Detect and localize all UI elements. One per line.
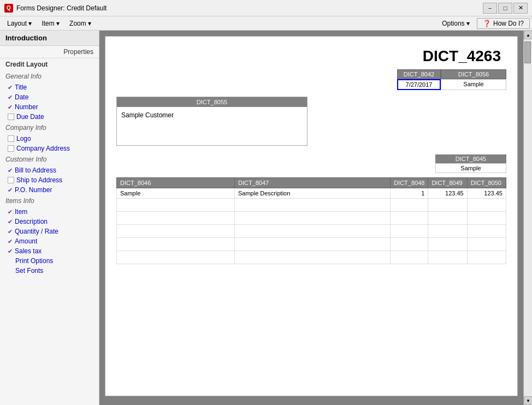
col-header-4: DICT_8050 [467,178,506,188]
sidebar-section-general-info: General Info [0,70,99,82]
sidebar-item-amount[interactable]: ✔ Amount [0,236,99,246]
check-icon-title: ✔ [8,84,13,91]
sidebar-properties: Properties [0,46,99,58]
sidebar-item-sales-tax[interactable]: ✔ Sales tax [0,246,99,256]
check-icon-item: ✔ [8,209,13,216]
app-icon: Q [4,4,13,13]
scroll-track[interactable] [524,39,532,396]
sample-dict-header: DICT_8056 [441,69,506,79]
title-bar-controls: − □ ✕ [483,3,528,14]
main-container: Introduction Properties Credit Layout Ge… [0,31,532,405]
customer-sample-text: Sample Customer [121,111,174,119]
sidebar-section-customer-info: Customer Info [0,153,99,165]
sidebar-item-title[interactable]: ✔ Title [0,82,99,92]
check-icon-qty: ✔ [8,228,13,235]
sidebar-item-description[interactable]: ✔ Description [0,217,99,227]
sample-value: Sample [441,79,506,90]
col-header-3: DICT_8049 [428,178,467,188]
table-row-empty-5 [117,251,506,264]
cell-rate: 123.45 [428,188,467,199]
menu-layout[interactable]: Layout ▾ [2,18,37,29]
col-header-2: DICT_8048 [391,178,428,188]
menu-bar: Layout ▾ Item ▾ Zoom ▾ Options ▾ ❓ How D… [0,16,532,31]
cell-qty: 1 [391,188,428,199]
sidebar-item-date[interactable]: ✔ Date [0,92,99,102]
items-table-body: Sample Sample Description 1 123.45 123.4… [117,188,506,264]
menu-item[interactable]: Item ▾ [37,18,64,29]
items-table: DICT_8046 DICT_8047 DICT_8048 DICT_8049 … [116,177,506,264]
customer-box: DICT_8055 Sample Customer [116,97,308,146]
check-icon-sales-tax: ✔ [8,248,13,255]
col-header-0: DICT_8046 [117,178,235,188]
check-icon-date: ✔ [8,94,13,101]
po-box: DICT_8045 Sample [435,154,506,173]
help-button[interactable]: ❓ How Do I? [477,18,530,29]
checkbox-logo[interactable] [8,135,14,142]
checkbox-due-date[interactable] [8,114,14,120]
sidebar-item-set-fonts[interactable]: Set Fonts [0,266,99,276]
sidebar-item-logo[interactable]: Logo [0,134,99,144]
sidebar-item-quantity-rate[interactable]: ✔ Quantity / Rate [0,227,99,236]
cell-item: Sample [117,188,235,199]
menu-options[interactable]: Options ▾ [437,18,475,29]
sidebar-item-number[interactable]: ✔ Number [0,102,99,112]
minimize-button[interactable]: − [483,3,497,14]
menu-zoom[interactable]: Zoom ▾ [64,18,96,29]
date-sample-value-row: 7/27/2017 Sample [116,79,506,90]
cell-amount: 123.45 [467,188,506,199]
sidebar-item-bill-to-address[interactable]: ✔ Bill to Address [0,165,99,175]
canvas-area: DICT_4263 DICT_8042 DICT_8056 7/27/2017 … [99,31,532,405]
check-icon-po: ✔ [8,187,13,194]
table-row: Sample Sample Description 1 123.45 123.4… [117,188,506,199]
checkbox-company-address[interactable] [8,145,14,152]
table-row-empty-4 [117,238,506,251]
cell-description: Sample Description [234,188,390,199]
help-icon: ❓ [483,20,491,27]
items-header-row: DICT_8046 DICT_8047 DICT_8048 DICT_8049 … [117,178,506,188]
dict-title: DICT_4263 [116,47,506,65]
po-value: Sample [435,163,506,173]
sidebar: Introduction Properties Credit Layout Ge… [0,31,99,405]
maximize-button[interactable]: □ [498,3,512,14]
table-row-empty-2 [117,212,506,225]
sidebar-item-item[interactable]: ✔ Item [0,207,99,217]
check-icon-number: ✔ [8,104,13,111]
sidebar-header: Introduction [0,31,99,46]
date-sample-header-row: DICT_8042 DICT_8056 [116,69,506,79]
po-header: DICT_8045 [435,154,506,163]
sidebar-item-po-number[interactable]: ✔ P.O. Number [0,185,99,195]
customer-header: DICT_8055 [117,97,307,107]
sidebar-section-company-info: Company Info [0,122,99,134]
customer-content: Sample Customer [117,107,307,145]
check-icon-amount: ✔ [8,238,13,245]
scroll-down-button[interactable]: ▼ [524,396,532,405]
check-icon-bill: ✔ [8,167,13,174]
sidebar-item-due-date[interactable]: Due Date [0,112,99,122]
col-header-1: DICT_8047 [234,178,390,188]
table-row-empty-3 [117,225,506,238]
form-canvas: DICT_4263 DICT_8042 DICT_8056 7/27/2017 … [105,36,518,396]
help-label: How Do I? [493,20,524,27]
check-icon-description: ✔ [8,218,13,225]
sidebar-item-print-options[interactable]: Print Options [0,256,99,266]
close-button[interactable]: ✕ [513,3,528,14]
sidebar-section-credit-layout: Credit Layout [0,58,99,70]
scroll-up-button[interactable]: ▲ [524,31,532,39]
po-row: DICT_8045 Sample [116,154,506,173]
checkbox-ship[interactable] [8,177,14,183]
table-row-empty-1 [117,199,506,212]
date-value: 7/27/2017 [397,79,441,90]
items-table-header: DICT_8046 DICT_8047 DICT_8048 DICT_8049 … [117,178,506,188]
date-dict-header: DICT_8042 [397,69,441,79]
menu-right: Options ▾ ❓ How Do I? [437,18,530,29]
sidebar-item-ship-to-address[interactable]: Ship to Address [0,175,99,185]
vertical-scrollbar[interactable]: ▲ ▼ [523,31,532,405]
title-bar: Q Forms Designer: Credit Default − □ ✕ [0,0,532,16]
scroll-thumb[interactable] [524,41,531,63]
sidebar-section-items-info: Items Info [0,195,99,207]
sidebar-item-company-address[interactable]: Company Address [0,144,99,153]
title-bar-text: Forms Designer: Credit Default [16,4,483,12]
